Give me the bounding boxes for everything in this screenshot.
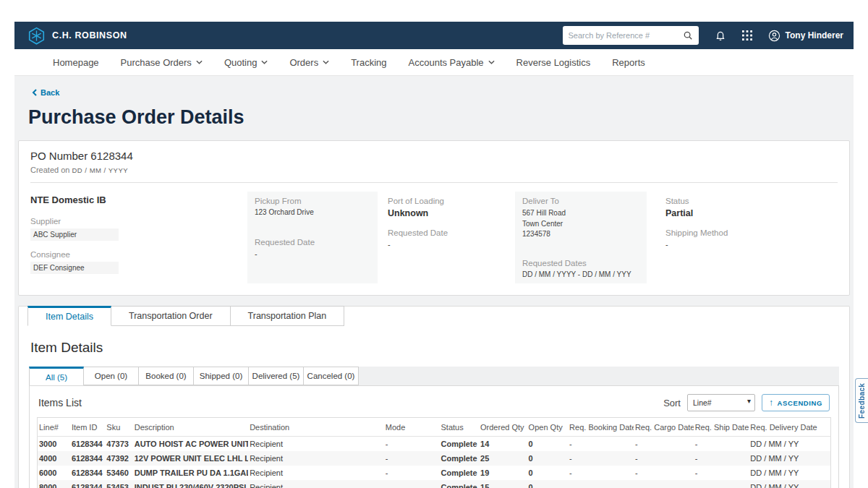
subtab-open[interactable]: Open (0): [84, 367, 139, 385]
table-cell: -: [568, 480, 634, 488]
port-requested-date-label: Requested Date: [388, 228, 515, 237]
column-header-req-booking-date: Req. Booking Date: [568, 418, 634, 437]
subtab-canceled[interactable]: Canceled (0): [304, 367, 359, 385]
shipping-method-value: -: [665, 240, 838, 249]
column-header-line: Line#: [38, 418, 70, 437]
table-cell: 6000: [38, 466, 70, 480]
table-cell: -: [568, 466, 634, 480]
pickup-from-column: Pickup From 123 Orchard Drive Requested …: [247, 192, 378, 283]
search-input[interactable]: [569, 31, 678, 40]
page-title: Purchase Order Details: [28, 106, 850, 129]
table-cell: 6128344: [70, 466, 105, 480]
ascending-button[interactable]: ↑ ASCENDING: [762, 394, 830, 411]
subtab-booked[interactable]: Booked (0): [139, 367, 194, 385]
subtab-shipped[interactable]: Shipped (0): [194, 367, 249, 385]
items-list-header: Items List Sort Line# ↑ ASCENDING: [37, 393, 831, 417]
user-menu[interactable]: Tony Hinderer: [768, 30, 843, 42]
column-header-req-delivery-date: Req. Delivery Date: [749, 418, 830, 437]
po-summary-card: PO Number 6128344 Created on DD / MM / Y…: [18, 140, 850, 296]
chevron-down-icon: [261, 60, 268, 64]
table-cell: Recipient: [248, 480, 384, 488]
consignee-label: Consignee: [30, 250, 240, 259]
table-cell: AUTO HOIST AC POWER UNIT 230V: [133, 437, 248, 452]
menu-label: Reverse Logistics: [516, 57, 591, 68]
table-cell: Complete: [440, 480, 479, 488]
tab-transportation-plan[interactable]: Transportation Plan: [231, 306, 345, 326]
table-header-row: Line# Item ID Sku Description Destinatio…: [38, 418, 831, 437]
table-cell: DD / MM / YY: [749, 437, 830, 452]
address-line: 1234578: [522, 229, 639, 240]
column-header-ordered-qty: Ordered Qty: [479, 418, 527, 437]
subtab-all[interactable]: All (5): [29, 367, 84, 385]
requested-dates-label: Requested Dates: [522, 259, 639, 267]
tab-item-details[interactable]: Item Details: [27, 306, 111, 326]
bell-icon: [715, 30, 726, 41]
table-cell: 53460: [105, 466, 132, 480]
table-row: 8000612834453453INDUST PU 230/460V 2320P…: [38, 480, 831, 488]
page-content: Back Purchase Order Details PO Number 61…: [14, 76, 854, 488]
table-cell: Recipient: [248, 466, 384, 480]
notifications-button[interactable]: [715, 30, 726, 41]
chevron-left-icon: [32, 89, 37, 96]
created-on-label: Created on: [30, 166, 69, 174]
port-of-loading-value: Unknown: [388, 208, 515, 218]
brand-link[interactable]: C.H. ROBINSON: [27, 27, 127, 45]
user-name: Tony Hinderer: [786, 30, 843, 40]
column-header-item-id: Item ID: [70, 418, 105, 437]
column-header-status: Status: [440, 418, 479, 437]
created-on: Created on DD / MM / YYYY: [30, 166, 838, 174]
table-cell: 15: [479, 480, 527, 488]
menu-item-accounts-payable[interactable]: Accounts Payable: [409, 57, 495, 68]
app-window: C.H. ROBINSON: [14, 22, 854, 488]
menu-label: Purchase Orders: [121, 57, 192, 68]
chrobinson-logo-icon: [27, 27, 46, 45]
table-cell: 19: [479, 466, 527, 480]
table-cell: 53453: [105, 480, 132, 488]
sort-select[interactable]: Line#: [687, 394, 755, 411]
back-link[interactable]: Back: [32, 88, 59, 97]
table-cell: Recipient: [248, 437, 384, 452]
table-cell: -: [634, 437, 694, 452]
menu-item-purchase-orders[interactable]: Purchase Orders: [121, 57, 203, 68]
chevron-down-icon: [323, 60, 329, 64]
table-cell: 6128344: [70, 451, 105, 466]
supplier-label: Supplier: [30, 217, 240, 226]
menu-item-quoting[interactable]: Quoting: [224, 57, 268, 68]
table-cell: -: [384, 451, 440, 466]
column-header-destination: Destination: [248, 418, 384, 437]
search-icon[interactable]: [683, 30, 693, 40]
menu-item-orders[interactable]: Orders: [289, 57, 329, 68]
navbar-right: Tony Hinderer: [563, 26, 843, 45]
tab-strip-spacer: [19, 306, 27, 326]
menu-item-tracking[interactable]: Tracking: [351, 57, 386, 68]
sort-label: Sort: [663, 398, 681, 408]
items-table-body: 3000612834447373AUTO HOIST AC POWER UNIT…: [38, 437, 831, 488]
subtab-delivered[interactable]: Delivered (5): [249, 367, 304, 385]
deliver-to-column: Deliver To 567 Hill Road Town Center 123…: [515, 192, 647, 283]
apps-menu-button[interactable]: [742, 30, 752, 40]
table-cell: 47392: [105, 451, 132, 466]
item-details-panel: Item Details All (5) Open (0) Booked (0)…: [19, 326, 849, 488]
status-filter-tabs: All (5) Open (0) Booked (0) Shipped (0) …: [29, 367, 839, 385]
address-line: 567 Hill Road: [522, 208, 639, 219]
menu-item-reverse-logistics[interactable]: Reverse Logistics: [516, 57, 591, 68]
menu-label: Quoting: [224, 57, 258, 68]
menu-item-homepage[interactable]: Homepage: [53, 57, 99, 68]
feedback-button[interactable]: Feedback: [855, 378, 868, 423]
table-cell: -: [694, 451, 749, 466]
menu-item-reports[interactable]: Reports: [612, 57, 645, 68]
table-cell: DD / MM / YY: [749, 480, 830, 488]
tab-transportation-order[interactable]: Transportation Order: [111, 306, 231, 326]
po-parties-column: NTE Domestic IB Supplier ABC Supplier Co…: [30, 192, 247, 283]
sort-controls: Sort Line# ↑ ASCENDING: [663, 394, 830, 411]
table-row: 400061283444739212V POWER UNIT ELEC LHL …: [38, 451, 831, 466]
address-line: Town Center: [522, 219, 639, 230]
table-cell: 14: [479, 437, 527, 452]
table-cell: Complete: [440, 451, 479, 466]
table-cell: 47373: [105, 437, 132, 452]
pickup-requested-date-label: Requested Date: [255, 238, 370, 247]
table-cell: 0: [527, 480, 569, 488]
table-row: 3000612834447373AUTO HOIST AC POWER UNIT…: [38, 437, 831, 452]
table-cell: -: [384, 437, 440, 452]
order-type: NTE Domestic IB: [30, 194, 240, 205]
